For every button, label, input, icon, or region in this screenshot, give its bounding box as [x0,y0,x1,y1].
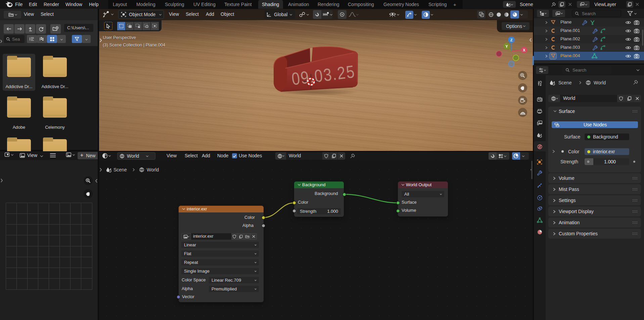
svg-text:X: X [523,48,525,52]
svg-text:Y: Y [505,44,508,48]
svg-text:Z: Z [510,38,513,42]
